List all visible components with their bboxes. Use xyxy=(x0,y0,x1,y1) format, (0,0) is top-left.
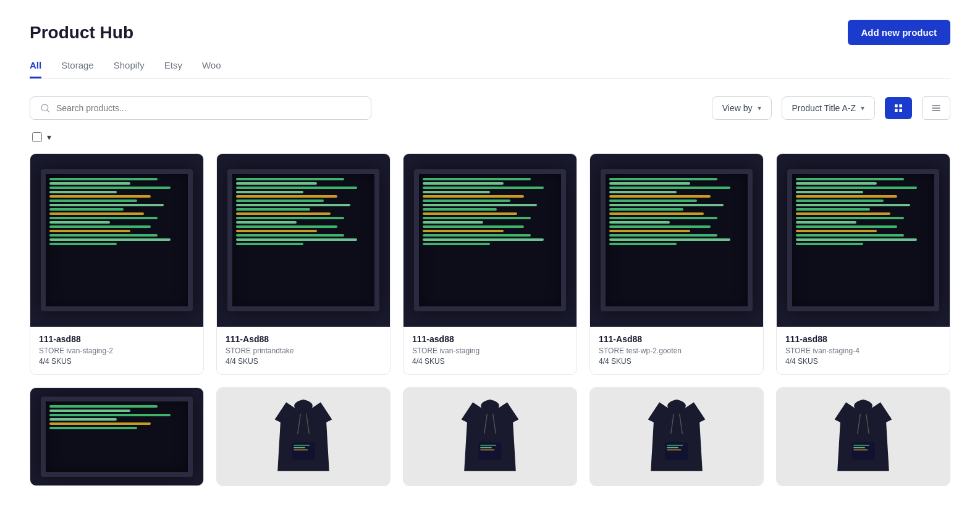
select-all-checkbox[interactable] xyxy=(32,132,42,142)
product-image xyxy=(777,154,950,327)
product-card[interactable]: 111-Asd88 STORE printandtake 4/4 SKUS xyxy=(216,153,391,375)
hoodie-image-svg xyxy=(640,397,714,477)
product-info: 111-asd88 STORE ivan-staging-4 4/4 SKUS xyxy=(777,327,950,374)
code-display xyxy=(46,401,188,472)
tab-storage[interactable]: Storage xyxy=(61,60,94,78)
product-store: STORE test-wp-2.gooten xyxy=(599,346,754,355)
product-image xyxy=(30,154,203,327)
product-image-frame xyxy=(601,169,753,311)
product-image xyxy=(217,388,390,485)
product-info: 111-asd88 STORE ivan-staging-2 4/4 SKUS xyxy=(30,327,203,374)
product-skus: 4/4 SKUS xyxy=(599,357,754,366)
chevron-down-icon: ▾ xyxy=(758,104,761,112)
tab-shopify[interactable]: Shopify xyxy=(114,60,145,78)
search-input[interactable] xyxy=(56,103,361,113)
controls-row: View by ▾ Product Title A-Z ▾ xyxy=(30,96,950,120)
tabs-row: All Storage Shopify Etsy Woo xyxy=(30,60,950,79)
product-skus: 4/4 SKUS xyxy=(39,357,195,366)
product-image xyxy=(403,154,577,327)
product-name: 111-asd88 xyxy=(39,334,195,344)
svg-rect-5 xyxy=(899,109,902,112)
svg-line-1 xyxy=(47,110,49,112)
code-display xyxy=(419,174,561,306)
product-info: 111-asd88 STORE ivan-staging 4/4 SKUS xyxy=(403,327,577,374)
product-image-frame xyxy=(41,169,193,311)
product-store: STORE ivan-staging-4 xyxy=(785,346,941,355)
grid-view-button[interactable] xyxy=(885,97,912,119)
view-by-button[interactable]: View by ▾ xyxy=(712,96,772,120)
svg-rect-4 xyxy=(895,109,898,112)
svg-rect-20 xyxy=(480,449,494,450)
hoodie-image-svg xyxy=(266,397,340,477)
code-display xyxy=(792,174,934,306)
svg-rect-31 xyxy=(853,447,865,448)
product-grid-row1: 111-asd88 STORE ivan-staging-2 4/4 SKUS xyxy=(30,153,950,375)
tab-etsy[interactable]: Etsy xyxy=(164,60,182,78)
product-image-frame xyxy=(414,169,566,311)
svg-rect-18 xyxy=(480,445,496,446)
product-skus: 4/4 SKUS xyxy=(785,357,941,366)
page-header: Product Hub Add new product xyxy=(30,20,950,45)
search-box[interactable] xyxy=(30,96,371,120)
hoodie-image-svg xyxy=(826,397,900,477)
svg-rect-14 xyxy=(294,449,308,450)
product-image-frame xyxy=(227,169,379,311)
svg-rect-19 xyxy=(480,447,492,448)
product-card[interactable] xyxy=(403,387,577,486)
product-info: 111-Asd88 STORE printandtake 4/4 SKUS xyxy=(217,327,390,374)
product-image xyxy=(217,154,390,327)
code-display xyxy=(606,174,748,306)
product-card[interactable] xyxy=(30,387,204,486)
svg-rect-26 xyxy=(667,449,681,450)
product-card[interactable]: 111-Asd88 STORE test-wp-2.gooten 4/4 SKU… xyxy=(589,153,764,375)
chevron-down-icon-sort: ▾ xyxy=(861,104,864,112)
product-card[interactable]: 111-asd88 STORE ivan-staging-4 4/4 SKUS xyxy=(776,153,950,375)
product-card[interactable]: 111-asd88 STORE ivan-staging-2 4/4 SKUS xyxy=(30,153,204,375)
product-skus: 4/4 SKUS xyxy=(412,357,568,366)
sort-button[interactable]: Product Title A-Z ▾ xyxy=(782,96,875,120)
product-info: 111-Asd88 STORE test-wp-2.gooten 4/4 SKU… xyxy=(590,327,763,374)
product-store: STORE printandtake xyxy=(226,346,381,355)
product-store: STORE ivan-staging-2 xyxy=(39,346,195,355)
product-name: 111-Asd88 xyxy=(226,334,381,344)
product-store: STORE ivan-staging xyxy=(412,346,568,355)
product-image xyxy=(590,388,763,485)
svg-rect-3 xyxy=(899,104,902,107)
tab-all[interactable]: All xyxy=(30,60,41,78)
search-icon xyxy=(40,103,50,113)
hoodie-image-svg xyxy=(453,397,527,477)
sort-label: Product Title A-Z xyxy=(792,103,856,113)
grid-icon xyxy=(893,103,903,113)
code-display xyxy=(46,174,188,306)
code-display xyxy=(232,174,374,306)
svg-rect-13 xyxy=(294,447,305,448)
product-image-frame xyxy=(41,397,193,477)
list-view-button[interactable] xyxy=(922,96,950,120)
svg-rect-25 xyxy=(667,447,678,448)
product-image xyxy=(403,388,577,485)
product-skus: 4/4 SKUS xyxy=(226,357,381,366)
product-name: 111-asd88 xyxy=(785,334,941,344)
add-product-button[interactable]: Add new product xyxy=(848,20,951,45)
select-all-row: ▾ xyxy=(30,132,950,142)
svg-rect-30 xyxy=(853,445,869,446)
product-card[interactable] xyxy=(589,387,764,486)
svg-rect-12 xyxy=(294,445,310,446)
view-by-label: View by xyxy=(722,103,753,113)
product-card[interactable] xyxy=(216,387,391,486)
product-image-frame xyxy=(787,169,939,311)
product-image xyxy=(777,388,950,485)
product-name: 111-Asd88 xyxy=(599,334,754,344)
product-image xyxy=(590,154,763,327)
tab-woo[interactable]: Woo xyxy=(202,60,221,78)
product-card[interactable] xyxy=(776,387,950,486)
product-card[interactable]: 111-asd88 STORE ivan-staging 4/4 SKUS xyxy=(403,153,577,375)
svg-rect-2 xyxy=(895,104,898,107)
product-image xyxy=(30,388,203,485)
collapse-arrow-icon[interactable]: ▾ xyxy=(47,132,51,142)
product-name: 111-asd88 xyxy=(412,334,568,344)
product-grid-row2 xyxy=(30,387,950,486)
svg-rect-32 xyxy=(853,449,868,450)
svg-rect-24 xyxy=(667,445,683,446)
list-icon xyxy=(931,103,941,113)
